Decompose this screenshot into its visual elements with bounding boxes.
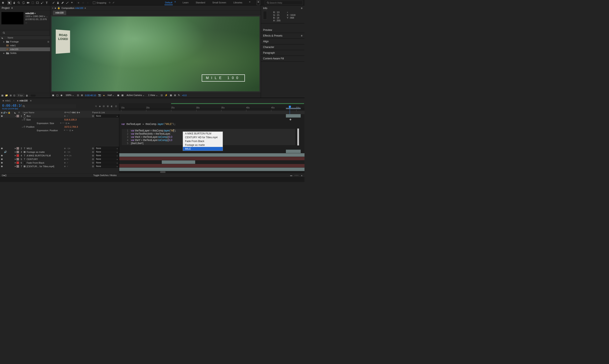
expr-enable-icon[interactable]: = — [64, 129, 65, 132]
clone-stamp-tool-icon[interactable] — [56, 1, 60, 5]
timeline-search[interactable] — [21, 104, 76, 108]
expr-graph-icon[interactable]: 〰 — [62, 122, 65, 125]
search-help-input[interactable] — [269, 1, 301, 4]
workspace-reset-icon[interactable]: ⊞ — [257, 0, 260, 5]
snapping-checkbox-icon[interactable] — [93, 1, 95, 4]
toggle-icon-2[interactable]: ◈ — [3, 174, 5, 177]
time-ruler[interactable]: 15s 20s 25s 30s 35s 40s 45s 50s — [119, 103, 304, 109]
reset-exposure-icon[interactable]: ↻ — [178, 94, 180, 97]
transparency-icon[interactable]: ▦ — [121, 94, 123, 97]
lock-col-icon[interactable]: 🔒 — [8, 111, 10, 114]
expr-pickwhip-icon[interactable]: ◎ — [65, 122, 67, 125]
composition-viewer[interactable]: ROAD LOSED MILE 100 — [50, 15, 261, 92]
ac-item[interactable]: Footage as matte — [183, 143, 223, 147]
tree-item-solids[interactable]: ▸ Solids — [0, 51, 50, 55]
speaker-icon[interactable]: 🔊 — [4, 151, 7, 153]
nav-thumb[interactable] — [160, 171, 166, 173]
hand-tool-icon[interactable] — [12, 1, 16, 5]
snap-icon[interactable]: ⊹ — [109, 1, 111, 4]
audio-col-icon[interactable]: 🔊 — [3, 111, 6, 114]
content-aware-fill-panel[interactable]: Content-Aware Fill — [261, 56, 304, 62]
ac-item[interactable]: CENTURY HD for Titles.mp4 — [183, 135, 223, 139]
layer-row-6[interactable]: ◉ ▸ 6■ Fade From Black ⊕ ∕ ◎None⌄ — [0, 161, 119, 164]
layer-row-5[interactable]: ◉ ▸ 5T CENTURY ⊕ ✦ ∕ ◎None⌄ — [0, 157, 119, 161]
new-comp-icon[interactable]: ⊞ — [10, 94, 12, 97]
parent-dropdown[interactable]: None⌄ — [95, 157, 119, 161]
workspace-libraries[interactable]: Libraries — [233, 0, 243, 5]
roi-icon[interactable]: ▣ — [117, 94, 119, 97]
lock-icon[interactable]: 🔒 — [57, 7, 60, 9]
rectangle-tool-icon[interactable] — [35, 1, 40, 5]
eye-icon[interactable]: ◉ — [1, 115, 4, 117]
graph-editor-icon[interactable]: ⊡ — [115, 105, 117, 108]
comp-thumbnail[interactable] — [1, 12, 24, 25]
zoom-out-icon[interactable]: ▬ — [290, 174, 292, 177]
viewer-timecode[interactable]: 0:00:48:10 — [85, 94, 96, 97]
layer-row-1[interactable]: ◉ ⌄ 1 ★ ▢ Box ⊕ ∕ ◎None⌄ — [0, 114, 119, 118]
num-column[interactable]: # — [16, 111, 22, 114]
label-col-icon[interactable]: ◣ — [2, 37, 5, 39]
parent-dropdown[interactable]: None⌄ — [95, 114, 119, 117]
tree-item-mile1[interactable]: mile1 — [0, 44, 50, 47]
expr-enable-icon[interactable]: = — [60, 122, 61, 125]
selection-tool-icon[interactable] — [7, 1, 12, 5]
solo-col-icon[interactable]: ● — [6, 111, 7, 114]
flowchart-icon[interactable]: ⊞ — [174, 94, 176, 97]
toggle-switches-button[interactable]: Toggle Switches / Modes — [93, 174, 117, 177]
new-folder-icon[interactable]: 📁 — [5, 94, 8, 97]
workspace-learn[interactable]: Learn — [182, 0, 189, 5]
pixel-aspect-icon[interactable]: ⊡ — [161, 94, 163, 97]
parent-dropdown[interactable]: None⌄ — [95, 165, 119, 168]
timeline-tab-mile1[interactable]: ■mile1 — [2, 99, 11, 102]
tree-item-footage[interactable]: ▸ Footage ⊞ — [0, 40, 50, 44]
snapping-toggle[interactable]: Snapping ⊹ ⤢ — [93, 1, 114, 4]
orbit-tool-icon[interactable] — [21, 1, 26, 5]
parent-dropdown[interactable]: None⌄ — [95, 161, 119, 164]
stopwatch-icon[interactable]: ⏱ — [23, 126, 26, 128]
hide-shy-icon[interactable]: ⊟ — [103, 105, 105, 108]
interpret-footage-icon[interactable]: ▦ — [1, 94, 3, 97]
timeline-tab-menu-icon[interactable]: ≡ — [30, 99, 31, 102]
roto-brush-tool-icon[interactable] — [65, 1, 69, 5]
flowchart-icon[interactable]: ⊞ — [47, 40, 49, 43]
layer-row-3[interactable]: 🔊 ▸ 3▦ Footage as matte ⊕ ∕ ƒx ◎None⌄ — [0, 150, 119, 154]
expr-pickwhip-icon[interactable]: ◎ — [69, 129, 71, 132]
eraser-tool-icon[interactable] — [60, 1, 65, 5]
toggle-icon-3[interactable]: {} — [5, 174, 7, 177]
parent-dropdown[interactable]: None⌄ — [95, 147, 119, 150]
ac-item-selected[interactable]: MILE — [183, 147, 223, 151]
zoom-tool-icon[interactable] — [17, 1, 21, 5]
tree-item-mile100[interactable]: mile100 — [0, 47, 50, 51]
snap-icon-2[interactable]: ⤢ — [112, 1, 114, 4]
pen-tool-icon[interactable] — [40, 1, 44, 5]
effects-presets-panel[interactable]: Effects & Presets≡ — [261, 33, 304, 39]
panel-menu-icon[interactable]: ≡ — [11, 7, 13, 10]
workspace-overflow-icon[interactable]: » — [249, 0, 250, 5]
parent-dropdown[interactable]: None⌄ — [95, 150, 119, 154]
pickwhip-icon[interactable]: ◎ — [92, 115, 94, 117]
safe-zones-icon[interactable]: ⊡ — [77, 94, 79, 97]
channel-icon[interactable]: ● — [103, 94, 105, 97]
eye-icon[interactable]: ◉ — [1, 147, 4, 150]
expr-lang-icon[interactable]: ▸ — [72, 129, 73, 132]
twirl-icon[interactable]: ⌄ — [14, 115, 16, 117]
layer-row-4[interactable]: ◉ ▸ 4T A MIKE BURTON FILM ⊕ ✦ ∕ ƒx ◎None… — [0, 154, 119, 157]
grid-toggle-icon[interactable]: ⊞ — [81, 94, 83, 97]
text-tool-icon[interactable] — [45, 1, 49, 5]
expr-lang-icon[interactable]: ▸ — [68, 122, 70, 125]
ac-item[interactable]: Fade From Black — [183, 139, 223, 143]
camera-dropdown[interactable]: Active Camera ⌄ — [126, 94, 145, 97]
expr-graph-icon[interactable]: 〰 — [66, 129, 68, 132]
name-column[interactable]: Name — [8, 37, 13, 39]
workspace-default[interactable]: Default — [164, 0, 173, 5]
video-col-icon[interactable]: ◉ — [1, 111, 3, 114]
fast-preview-icon[interactable]: ⚡ — [165, 94, 168, 97]
timeline-tracks[interactable]: var theTextLayer = thisComp.layer("MILE"… — [119, 114, 304, 173]
draft-3d-icon[interactable]: ◈ — [99, 105, 101, 108]
zoom-dropdown[interactable]: 100% ⌄ — [65, 94, 75, 97]
parent-column[interactable]: Parent & Link — [91, 111, 119, 114]
work-area[interactable] — [286, 108, 301, 109]
grid-icon[interactable]: ▢ — [56, 94, 58, 97]
workspace-small-screen[interactable]: Small Screen — [212, 0, 226, 5]
title-overlay[interactable]: MILE 100 — [202, 74, 245, 82]
